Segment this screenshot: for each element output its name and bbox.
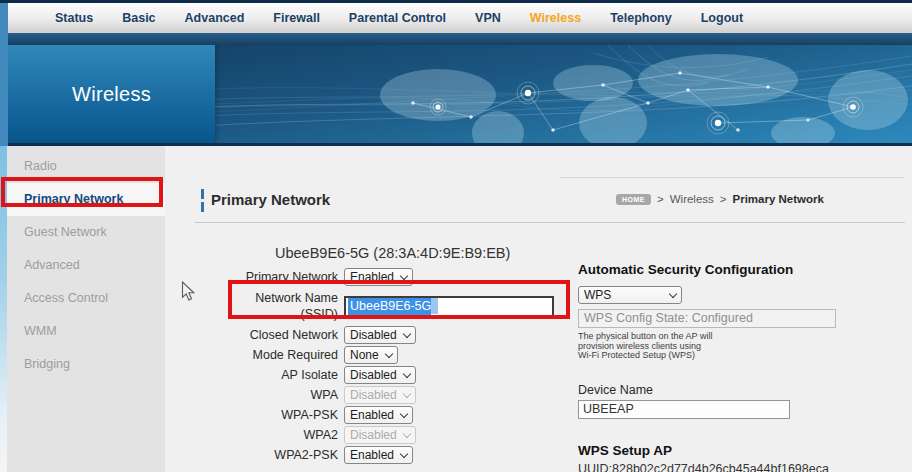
content-area: Radio Primary Network Guest Network Adva… (0, 146, 912, 472)
form-row-mode-required: Mode Required None (193, 345, 613, 365)
sidebar-item-access-control[interactable]: Access Control (7, 282, 165, 315)
security-config-heading: Automatic Security Configuration (578, 262, 878, 277)
chevron-down-icon (400, 409, 408, 417)
primary-network-form: UbeeB9E6-5G (28:3A:4D:9E:B9:EB) Primary … (193, 240, 613, 465)
form-row-wpa-psk: WPA-PSK Enabled (193, 405, 613, 425)
ap-isolate-select[interactable]: Disabled (344, 366, 416, 384)
device-name-input[interactable]: UBEEAP (578, 400, 790, 419)
sidebar-item-bridging[interactable]: Bridging (7, 348, 165, 381)
selected-value: Disabled (350, 368, 397, 382)
field-label: WPA2-PSK (193, 447, 338, 463)
selected-value: Disabled (350, 328, 397, 342)
form-row-ap-isolate: AP Isolate Disabled (193, 365, 613, 385)
field-label: WPA2 (193, 427, 338, 443)
closed-network-select[interactable]: Disabled (344, 326, 416, 344)
breadcrumb-separator: > (720, 193, 727, 205)
mode-required-select[interactable]: None (344, 346, 398, 364)
form-row-wpa2: WPA2 Disabled (193, 425, 613, 445)
field-label: Network Name (SSID) (193, 290, 338, 322)
sidebar: Radio Primary Network Guest Network Adva… (7, 146, 165, 472)
chevron-down-icon (402, 429, 410, 437)
wps-config-state-field: WPS Config State: Configured (578, 309, 836, 328)
sidebar-item-advanced[interactable]: Advanced (7, 249, 165, 282)
wps-setup-ap-heading: WPS Setup AP (578, 443, 878, 458)
form-row-wpa2-psk: WPA2-PSK Enabled (193, 445, 613, 465)
top-nav: Status Basic Advanced Firewall Parental … (8, 3, 912, 33)
field-label: Closed Network (193, 327, 338, 343)
breadcrumb-separator: > (657, 193, 664, 205)
field-label: WPA-PSK (193, 407, 338, 423)
nav-vpn[interactable]: VPN (475, 11, 501, 25)
form-row-ssid: Network Name (SSID) UbeeB9E6-5G (193, 287, 613, 325)
field-label: WPA (193, 387, 338, 403)
nav-parental-control[interactable]: Parental Control (349, 11, 446, 25)
selected-value: Disabled (350, 428, 397, 442)
breadcrumb-section[interactable]: Wireless (670, 193, 714, 205)
selected-value: None (350, 348, 379, 362)
router-admin-page: Status Basic Advanced Firewall Parental … (0, 0, 912, 472)
page-title: Primary Network (211, 191, 330, 208)
selected-value: Disabled (350, 388, 397, 402)
chevron-down-icon (400, 449, 408, 457)
nav-telephony[interactable]: Telephony (610, 11, 672, 25)
primary-network-select[interactable]: Enabled (344, 268, 413, 286)
nav-wireless[interactable]: Wireless (530, 11, 581, 25)
chevron-down-icon (402, 329, 410, 337)
title-rule (195, 222, 905, 223)
form-row-primary-network: Primary Network Enabled (193, 267, 613, 287)
text-cursor (431, 298, 438, 314)
nav-status[interactable]: Status (55, 11, 93, 25)
nav-advanced[interactable]: Advanced (185, 11, 245, 25)
ssid-input[interactable]: UbeeB9E6-5G (344, 296, 554, 317)
device-name-label: Device Name (578, 383, 878, 397)
form-row-closed-network: Closed Network Disabled (193, 325, 613, 345)
chevron-down-icon (400, 271, 408, 279)
wpa-psk-select[interactable]: Enabled (344, 406, 413, 424)
wps-mode-select[interactable]: WPS (578, 286, 682, 304)
field-label: Mode Required (193, 347, 338, 363)
banner-title-box: Wireless (8, 45, 215, 143)
selected-value: Enabled (350, 270, 394, 284)
field-label: Primary Network (193, 269, 338, 285)
wps-help-text: The physical button on the AP will provi… (578, 332, 878, 361)
nav-underline-bar (8, 33, 912, 45)
breadcrumb-home-badge[interactable]: HOME (616, 194, 651, 205)
wpa2-select: Disabled (344, 426, 416, 444)
security-config-panel: Automatic Security Configuration WPS WPS… (578, 262, 878, 472)
left-accent-strip (0, 146, 7, 472)
wpa2-psk-select[interactable]: Enabled (344, 446, 413, 464)
selected-value: Enabled (350, 448, 394, 462)
field-label: AP Isolate (193, 367, 338, 383)
hero-banner: Wireless (8, 45, 912, 143)
nav-basic[interactable]: Basic (122, 11, 155, 25)
nav-logout[interactable]: Logout (701, 11, 743, 25)
title-accent-bar (201, 189, 204, 212)
breadcrumb: HOME > Wireless > Primary Network (616, 193, 824, 205)
form-row-wpa: WPA Disabled (193, 385, 613, 405)
sidebar-item-guest-network[interactable]: Guest Network (7, 216, 165, 249)
chevron-down-icon (669, 289, 677, 297)
sidebar-item-wmm[interactable]: WMM (7, 315, 165, 348)
chevron-down-icon (384, 349, 392, 357)
selected-value: Enabled (350, 408, 394, 422)
device-ssid-mac-heading: UbeeB9E6-5G (28:3A:4D:9E:B9:EB) (193, 240, 613, 267)
banner-title: Wireless (8, 83, 151, 106)
sidebar-item-primary-network[interactable]: Primary Network (7, 183, 165, 216)
wpa-select: Disabled (344, 386, 416, 404)
uuid-text: UUID:828b02c2d77d4b26cb45a44bf1698eca (578, 462, 878, 472)
nav-firewall[interactable]: Firewall (273, 11, 320, 25)
chevron-down-icon (402, 389, 410, 397)
selected-value: WPS (584, 288, 611, 302)
main-panel: Primary Network HOME > Wireless > Primar… (165, 146, 912, 472)
chevron-down-icon (402, 369, 410, 377)
breadcrumb-divider-line (560, 177, 905, 178)
breadcrumb-current: Primary Network (733, 193, 824, 205)
sidebar-item-radio[interactable]: Radio (7, 150, 165, 183)
ssid-selected-text: UbeeB9E6-5G (348, 298, 431, 315)
